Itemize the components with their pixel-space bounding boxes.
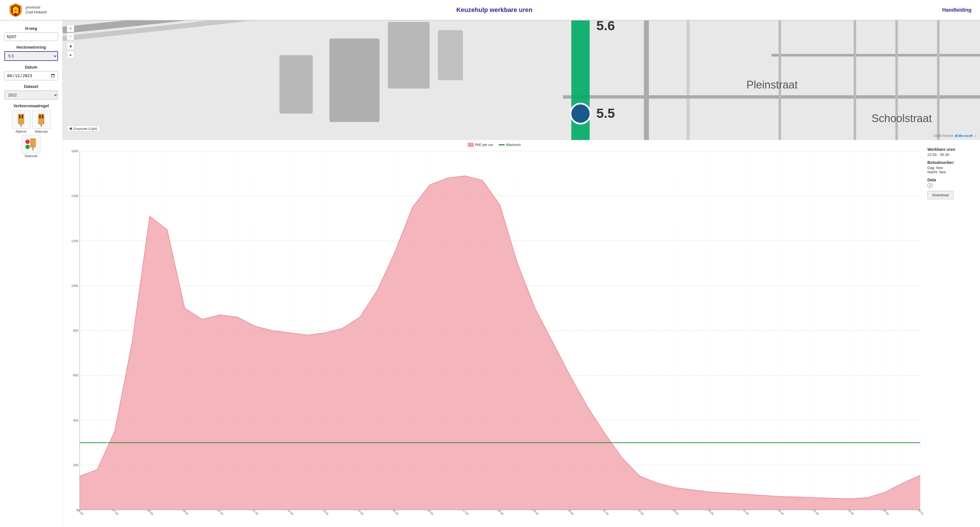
content-area: 5.7 5.6 5.5 5.4 5.3 Benedenberg Pleinstr… — [62, 21, 980, 527]
svg-rect-3 — [22, 115, 23, 118]
sidebar: N-weg Hectometrering 5.5 5.4 5.6 Datum D… — [0, 21, 62, 527]
svg-rect-29 — [388, 22, 430, 89]
dataset-label: Dataset — [4, 84, 58, 89]
microsoft-logo: ⊞ Microsoft — [955, 134, 973, 138]
logo-text: provincie Zuid-Holland — [25, 5, 47, 15]
right-panel: Werkbare uren 22:00 - 05:30 Botsabsorber… — [923, 143, 980, 525]
maatregel-row-2: ↓↑ Stationair — [4, 135, 58, 158]
stationair-label-1: Stationair — [35, 130, 48, 133]
legend-pae: PAE per uur — [468, 143, 493, 147]
maatregel-rijdend[interactable]: ↓↑ Rijdend — [12, 110, 30, 133]
svg-rect-13 — [30, 139, 35, 147]
svg-point-12 — [25, 145, 30, 149]
svg-rect-30 — [280, 55, 313, 113]
map-container: 5.7 5.6 5.5 5.4 5.3 Benedenberg Pleinstr… — [62, 21, 980, 140]
svg-rect-16 — [62, 21, 980, 140]
svg-rect-2 — [19, 115, 21, 118]
zoom-in-button[interactable]: + — [67, 25, 74, 32]
chart-canvas-container — [65, 148, 923, 525]
zoom-out-button[interactable]: − — [67, 33, 74, 40]
svg-point-0 — [14, 11, 16, 13]
layer-icon: ▣ — [69, 127, 72, 130]
svg-text:↓↑: ↓↑ — [32, 149, 34, 152]
max-swatch — [499, 144, 504, 145]
svg-text:Schoolstraat: Schoolstraat — [872, 112, 932, 125]
chart-wrapper: PAE per uur Maximum — [65, 143, 923, 525]
header: provincie Zuid-Holland Keuzehulp werkbar… — [0, 0, 980, 21]
legend-max: Maximum — [499, 143, 521, 147]
nweg-input[interactable] — [4, 32, 58, 41]
tomtom-copyright: ©2023 TomTom — [933, 134, 953, 137]
hectometrering-label: Hectometrering — [4, 45, 58, 50]
map-copyright: ©2023 TomTom ⊞ Microsoft ☺ — [933, 134, 977, 138]
svg-text:Pleinstraat: Pleinstraat — [746, 78, 798, 91]
logo: provincie Zuid-Holland — [8, 3, 47, 17]
hectometrering-select[interactable]: 5.5 5.4 5.6 — [4, 51, 58, 61]
stationair-icon-2[interactable]: ↓↑ — [22, 135, 40, 153]
svg-rect-31 — [438, 30, 463, 80]
botsabsorber-detail: Dag: Nee Nacht: Nee — [928, 166, 976, 174]
pae-label: PAE per uur — [475, 143, 493, 147]
nweg-label: N-weg — [4, 26, 58, 31]
layer-badge[interactable]: ▣ Grayscale (Light) — [67, 126, 100, 131]
map-svg: 5.7 5.6 5.5 5.4 5.3 Benedenberg Pleinstr… — [62, 21, 980, 140]
download-button[interactable]: Download — [928, 191, 953, 199]
logo-icon — [8, 3, 23, 17]
svg-point-33 — [571, 104, 590, 123]
botsabsorber-title: Botsabsorber: — [928, 160, 976, 165]
map-controls: + − ◆ ▲ — [67, 25, 74, 58]
compass-button[interactable]: ◆ — [67, 42, 74, 50]
stationair-icon-1[interactable]: ↓↑ — [32, 110, 51, 129]
datum-label: Datum — [4, 65, 58, 69]
maatregel-row-1: ↓↑ Rijdend ↓↑ Stationair — [4, 110, 58, 133]
svg-text:5.5: 5.5 — [597, 106, 615, 121]
data-title: Data — [928, 177, 976, 182]
maatregel-stationair-2[interactable]: ↓↑ Stationair — [22, 135, 40, 158]
svg-rect-7 — [39, 115, 41, 118]
svg-text:↓↑: ↓↑ — [20, 125, 22, 127]
dataset-select[interactable]: 2022 2021 2020 — [4, 91, 58, 100]
werkbare-uren-title: Werkbare uren — [928, 147, 976, 152]
data-info-icon[interactable]: ℹ — [928, 183, 932, 188]
svg-text:↓↑: ↓↑ — [40, 125, 42, 127]
rijdend-label: Rijdend — [16, 130, 26, 133]
svg-text:5.6: 5.6 — [597, 21, 615, 33]
max-label: Maximum — [506, 143, 521, 147]
layers-button[interactable]: ▲ — [67, 51, 74, 58]
pae-swatch — [468, 143, 474, 147]
svg-rect-8 — [42, 115, 43, 118]
chart-legend: PAE per uur Maximum — [65, 143, 923, 147]
page-title: Keuzehulp werkbare uren — [47, 6, 942, 14]
werkbare-uren-value: 22:00 - 05:30 — [928, 153, 976, 157]
svg-point-11 — [25, 140, 30, 144]
stationair-label-2: Stationair — [24, 154, 38, 158]
rijdend-icon[interactable]: ↓↑ — [12, 110, 30, 129]
svg-rect-28 — [329, 38, 379, 122]
layer-label: Grayscale (Light) — [73, 127, 97, 130]
chart-area: PAE per uur Maximum Werkbare uren 22:00 … — [62, 140, 980, 527]
verkeersmaatregel-label: Verkeersmaatregel — [4, 104, 58, 108]
botsabsorber-nacht: Nacht: Nee — [928, 170, 976, 174]
help-link[interactable]: Handleiding — [942, 7, 972, 13]
botsabsorber-dag: Dag: Nee — [928, 166, 976, 170]
maatregel-stationair-1[interactable]: ↓↑ Stationair — [32, 110, 51, 133]
chart — [65, 148, 923, 525]
datum-input[interactable] — [4, 71, 58, 80]
main-layout: N-weg Hectometrering 5.5 5.4 5.6 Datum D… — [0, 21, 980, 527]
smiley-icon[interactable]: ☺ — [974, 134, 977, 137]
